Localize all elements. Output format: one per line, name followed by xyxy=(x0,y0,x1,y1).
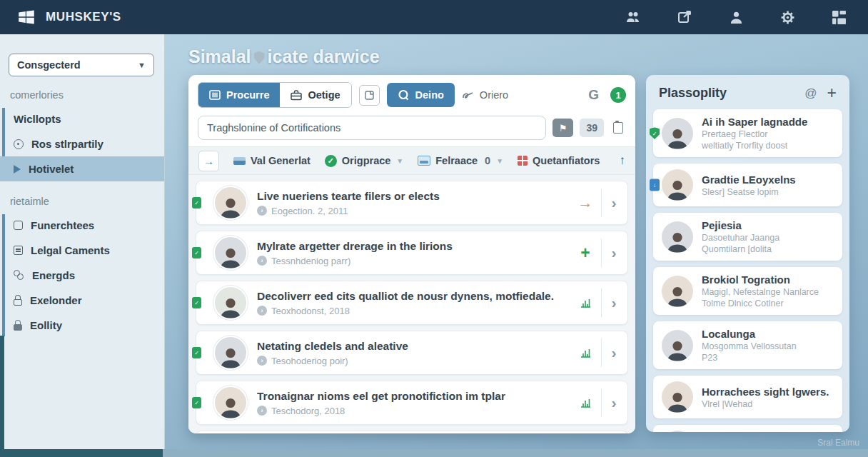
sidebar-item[interactable]: Exelonder xyxy=(0,288,164,313)
sidebar-item-icon xyxy=(14,139,24,149)
layout-mini-button[interactable] xyxy=(359,85,380,106)
avatar xyxy=(662,330,693,361)
sidebar-item[interactable]: Ros stlrpartily xyxy=(0,131,164,156)
meta-circle-icon: › xyxy=(257,406,267,416)
sidebar-item[interactable]: Funerchtees xyxy=(0,213,164,238)
avatar xyxy=(213,286,248,320)
sidebar-item[interactable]: Wicllopts xyxy=(0,106,164,131)
person-badge-icon xyxy=(650,179,660,191)
meta-circle-icon: › xyxy=(257,356,267,366)
share-icon[interactable] xyxy=(677,9,692,25)
search-input[interactable] xyxy=(198,116,546,140)
row-title: Netating cledels and aleative xyxy=(257,340,572,353)
workspace-dropdown[interactable]: Consgecterd ▼ xyxy=(9,54,154,76)
row-meta-text: Teoxhodonst, 2018 xyxy=(271,306,350,316)
arrow-action-icon[interactable]: → xyxy=(578,194,593,211)
row-badge-icon xyxy=(192,247,201,258)
export-button[interactable]: → xyxy=(198,151,219,171)
list-row[interactable]: Live nueriens tearte filers or elects › … xyxy=(196,181,628,225)
copy-icon[interactable] xyxy=(613,122,623,134)
filter-row: → Val Generlat ✓ Origprace ▼ Felraace 0 … xyxy=(188,146,635,175)
person-line1: Dasoetuhar Jaanga xyxy=(702,232,779,243)
row-badge-icon xyxy=(192,197,201,209)
chevron-down-icon: ▼ xyxy=(396,157,403,165)
filter-val-generlat[interactable]: Val Generlat xyxy=(233,155,311,166)
person-card[interactable]: Oil b ryiewt Llowd xyxy=(653,425,842,432)
avatar xyxy=(662,276,693,307)
chevron-right-icon[interactable]: › xyxy=(606,294,622,311)
sidebar-item[interactable]: Energds xyxy=(0,263,164,288)
chart-action-icon[interactable] xyxy=(580,297,592,308)
row-title: Decoliverr eed cits qualliot de nousr dy… xyxy=(257,290,572,303)
person-name: Brokiol Togration xyxy=(702,273,819,286)
person-card[interactable]: Horrachees sight lgwers. Vlrel |Wehad xyxy=(653,376,842,418)
row-title: Mylrate argetter drerage in the lirions xyxy=(257,240,572,253)
avatar xyxy=(662,381,693,413)
info-count-badge[interactable]: 1 xyxy=(610,87,626,103)
person-card[interactable]: Pejiesia Dasoetuhar Jaanga Quomtilarn [d… xyxy=(653,213,842,261)
chevron-right-icon[interactable]: › xyxy=(606,244,622,261)
filter-felraace[interactable]: Felraace 0 ▼ xyxy=(418,155,503,166)
plus-action-icon[interactable]: + xyxy=(580,245,590,261)
bottom-strip xyxy=(0,449,868,457)
person-card[interactable]: Brokiol Togration Magigl, Nefestalnge Na… xyxy=(653,267,842,315)
row-divider xyxy=(601,238,602,267)
tab-oriero[interactable]: Oriero xyxy=(462,89,508,101)
row-meta-text: Teschodorg, 2018 xyxy=(271,406,345,416)
person-name: Oil b ryiewt Llowd xyxy=(702,431,793,432)
chevron-right-icon[interactable]: › xyxy=(606,194,622,211)
page-title: Simalal icate darwice xyxy=(188,46,868,67)
list-row[interactable]: Mylrate argetter drerage in the lirions … xyxy=(196,231,628,275)
tab-procure[interactable]: Procurre xyxy=(198,83,280,107)
settings-gear-icon[interactable] xyxy=(779,9,795,25)
sidebar-group-1: Wicllopts Ros stlrpartily Hotivelet xyxy=(0,105,164,183)
tab-oetige[interactable]: Oetige xyxy=(280,83,350,107)
apps-grid-icon[interactable] xyxy=(831,9,847,25)
person-badge-icon xyxy=(650,127,660,139)
sidebar-item[interactable]: Lelgal Caments xyxy=(0,238,164,263)
person-card[interactable]: Localunga Mosgomma Vellossutan P23 xyxy=(653,321,842,369)
avatar xyxy=(662,169,693,201)
profile-icon[interactable] xyxy=(728,9,744,25)
swirl-icon[interactable]: @ xyxy=(804,86,817,101)
search-row: ⚑ 39 xyxy=(188,114,635,146)
sidebar-item[interactable]: Hotivelet xyxy=(0,156,164,181)
avatar xyxy=(662,118,693,149)
filter-quetanfiators[interactable]: Quetanfiators xyxy=(518,155,600,166)
tab-deino[interactable]: Deino xyxy=(387,83,455,107)
person-card[interactable]: Ai ih Saper lagnadde Prertaeg Flectlor w… xyxy=(653,109,842,157)
sort-up-icon[interactable]: ↑ xyxy=(620,154,626,168)
avatar xyxy=(213,186,248,220)
add-button[interactable]: + xyxy=(827,85,837,101)
row-badge-icon xyxy=(192,397,201,408)
sidebar-item[interactable]: Eollity xyxy=(0,313,164,338)
person-name: Localunga xyxy=(702,327,797,341)
list-row[interactable]: Decoliverr eed cits qualliot de nousr dy… xyxy=(196,281,628,325)
team-icon[interactable] xyxy=(625,9,641,25)
windows-logo-icon xyxy=(17,9,36,26)
chart-action-icon[interactable] xyxy=(580,347,592,358)
chevron-right-icon[interactable]: › xyxy=(606,344,622,361)
list-row[interactable]: Tronaignar nioms eel get pronotifiction … xyxy=(196,381,628,425)
list-row[interactable]: Netating cledels and aleative › Tesohode… xyxy=(196,331,628,375)
filter-origprace[interactable]: ✓ Origprace ▼ xyxy=(325,155,403,167)
chart-action-icon[interactable] xyxy=(580,397,592,408)
briefcase-icon xyxy=(291,90,302,101)
main-area: Simalal icate darwice Procurre Oetige xyxy=(164,34,868,457)
list-icon xyxy=(209,90,221,100)
top-bar: MUHSKEY'S xyxy=(0,0,868,34)
row-meta-text: Tesohoderiog poir) xyxy=(271,356,348,366)
person-line2: Tolme Dlnicc Cotlner xyxy=(702,298,819,309)
result-count: 39 xyxy=(580,119,604,137)
shield-icon xyxy=(254,51,265,64)
row-badge-icon xyxy=(192,347,201,358)
person-card[interactable]: Gradtie LEoyxelns Slesr] Seatse lopim xyxy=(653,164,842,206)
row-meta-text: Eogection. 2, 2011 xyxy=(271,206,348,216)
chevron-right-icon[interactable]: › xyxy=(606,394,622,411)
flag-button[interactable]: ⚑ xyxy=(552,119,573,137)
window-icon xyxy=(418,156,430,166)
panel-title: Plassoplity xyxy=(659,86,794,101)
list-row[interactable]: › › xyxy=(196,431,628,433)
g-icon[interactable]: G xyxy=(588,87,599,103)
sidebar-item-label: Wicllopts xyxy=(14,113,61,125)
